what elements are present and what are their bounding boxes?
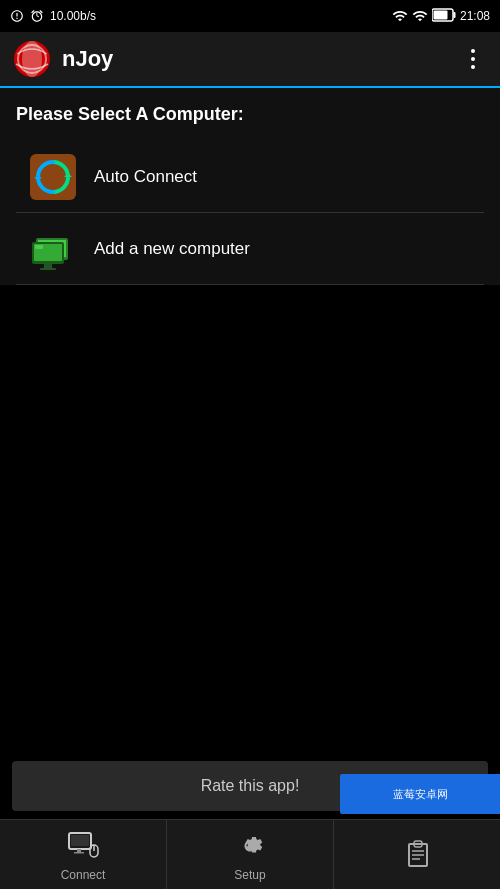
svg-rect-15 — [40, 268, 56, 270]
main-content: Please Select A Computer: Auto Connect — [0, 88, 500, 285]
connect-nav-label: Connect — [61, 868, 106, 882]
nav-item-setup[interactable]: Setup — [167, 820, 334, 889]
auto-connect-item[interactable]: Auto Connect — [16, 141, 484, 213]
watermark-text: 蓝莓安卓网 — [393, 787, 448, 802]
menu-dot-1 — [471, 49, 475, 53]
speed-indicator: 10.00b/s — [50, 9, 96, 23]
svg-rect-19 — [74, 852, 84, 854]
status-bar: 10.00b/s 21:08 — [0, 0, 500, 32]
watermark: 蓝莓安卓网 — [340, 774, 500, 814]
svg-rect-18 — [77, 849, 81, 852]
empty-space — [0, 285, 500, 685]
nav-item-more[interactable] — [334, 820, 500, 889]
alarm-icon — [30, 9, 44, 23]
add-computer-icon — [28, 224, 78, 274]
battery-level — [432, 8, 456, 25]
connect-nav-icon — [65, 828, 101, 864]
setup-nav-icon — [232, 828, 268, 864]
svg-rect-17 — [71, 835, 89, 846]
status-right: 21:08 — [392, 8, 490, 25]
bottom-nav: Connect Setup — [0, 819, 500, 889]
menu-dot-2 — [471, 57, 475, 61]
clipboard-nav-icon — [399, 835, 435, 871]
app-bar: nJoy — [0, 32, 500, 88]
battery-icon — [432, 8, 456, 22]
nav-item-connect[interactable]: Connect — [0, 820, 167, 889]
overflow-menu-button[interactable] — [458, 44, 488, 74]
svg-rect-1 — [453, 12, 455, 18]
wifi-icon — [392, 8, 408, 24]
setup-nav-label: Setup — [234, 868, 265, 882]
svg-rect-2 — [433, 10, 447, 19]
auto-connect-icon — [28, 152, 78, 202]
status-left: 10.00b/s — [10, 9, 96, 23]
app-title: nJoy — [62, 46, 458, 72]
app-logo — [12, 39, 52, 79]
svg-rect-13 — [35, 245, 43, 249]
add-computer-label: Add a new computer — [94, 239, 250, 259]
svg-rect-14 — [44, 264, 52, 268]
auto-connect-label: Auto Connect — [94, 167, 197, 187]
time-display: 21:08 — [460, 9, 490, 23]
add-computer-item[interactable]: Add a new computer — [16, 213, 484, 285]
menu-dot-3 — [471, 65, 475, 69]
notification-icon — [10, 9, 24, 23]
section-title: Please Select A Computer: — [16, 104, 484, 125]
signal-icon — [412, 8, 428, 24]
